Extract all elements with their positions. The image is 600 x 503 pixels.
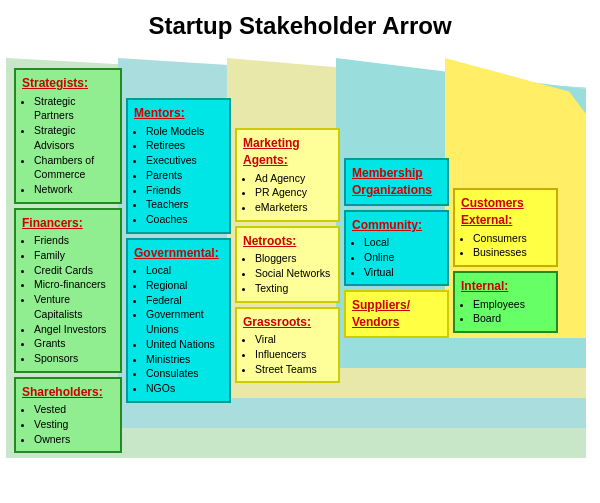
list-item: Regional <box>146 278 223 293</box>
list-item: Coaches <box>146 212 223 227</box>
list-item: Executives <box>146 153 223 168</box>
list-item: Consumers <box>473 231 550 246</box>
suppliers-vendors-box: Suppliers/ Vendors <box>344 290 449 338</box>
column-membership: Membership Organizations Community: Loca… <box>344 158 449 338</box>
list-item: Retirees <box>146 138 223 153</box>
list-item: Consulates <box>146 366 223 381</box>
shareholders-title: Shareholders: <box>22 384 114 401</box>
list-item: Street Teams <box>255 362 332 377</box>
community-box: Community: Local Online Virtual <box>344 210 449 287</box>
list-item: Network <box>34 182 114 197</box>
list-item: Micro-financers <box>34 277 114 292</box>
strategists-box: Strategists: Strategic Partners Strategi… <box>14 68 122 204</box>
list-item: PR Agency <box>255 185 332 200</box>
customers-external-list: Consumers Businesses <box>461 231 550 260</box>
shareholders-box: Shareholders: Vested Vesting Owners <box>14 377 122 454</box>
list-item: Local <box>364 235 441 250</box>
columns-wrapper: Strategists: Strategic Partners Strategi… <box>8 48 592 488</box>
suppliers-vendors-title: Suppliers/ Vendors <box>352 297 441 331</box>
financers-list: Friends Family Credit Cards Micro-financ… <box>22 233 114 365</box>
list-item: Texting <box>255 281 332 296</box>
list-item: Chambers of Commerce <box>34 153 114 182</box>
column-marketing: Marketing Agents: Ad Agency PR Agency eM… <box>235 128 340 383</box>
financers-box: Financers: Friends Family Credit Cards M… <box>14 208 122 373</box>
list-item: Influencers <box>255 347 332 362</box>
list-item: Family <box>34 248 114 263</box>
governmental-box: Governmental: Local Regional Federal Gov… <box>126 238 231 403</box>
list-item: Viral <box>255 332 332 347</box>
strategists-title: Strategists: <box>22 75 114 92</box>
list-item: Sponsors <box>34 351 114 366</box>
list-item: Credit Cards <box>34 263 114 278</box>
list-item: Businesses <box>473 245 550 260</box>
list-item: Vested <box>34 402 114 417</box>
page-title: Startup Stakeholder Arrow <box>0 0 600 48</box>
netroots-box: Netroots: Bloggers Social Networks Texti… <box>235 226 340 303</box>
financers-title: Financers: <box>22 215 114 232</box>
list-item: Local <box>146 263 223 278</box>
list-item: Venture Capitalists <box>34 292 114 321</box>
grassroots-box: Grassroots: Viral Influencers Street Tea… <box>235 307 340 384</box>
column-customers: Customers External: Consumers Businesses… <box>453 188 558 333</box>
governmental-title: Governmental: <box>134 245 223 262</box>
netroots-title: Netroots: <box>243 233 332 250</box>
list-item: Bloggers <box>255 251 332 266</box>
column-strategists: Strategists: Strategic Partners Strategi… <box>14 68 122 453</box>
strategists-list: Strategic Partners Strategic Advisors Ch… <box>22 94 114 197</box>
list-item: Online <box>364 250 441 265</box>
customers-internal-title: Internal: <box>461 278 550 295</box>
customers-external-box: Customers External: Consumers Businesses <box>453 188 558 267</box>
grassroots-list: Viral Influencers Street Teams <box>243 332 332 376</box>
membership-orgs-box: Membership Organizations <box>344 158 449 206</box>
list-item: Teachers <box>146 197 223 212</box>
customers-internal-list: Employees Board <box>461 297 550 326</box>
list-item: Employees <box>473 297 550 312</box>
governmental-list: Local Regional Federal Government Unions… <box>134 263 223 395</box>
netroots-list: Bloggers Social Networks Texting <box>243 251 332 295</box>
list-item: Owners <box>34 432 114 447</box>
grassroots-title: Grassroots: <box>243 314 332 331</box>
community-title: Community: <box>352 217 441 234</box>
list-item: Government Unions <box>146 307 223 336</box>
membership-orgs-title: Membership Organizations <box>352 165 441 199</box>
marketing-agents-title: Marketing Agents: <box>243 135 332 169</box>
mentors-box: Mentors: Role Models Retirees Executives… <box>126 98 231 234</box>
list-item: Social Networks <box>255 266 332 281</box>
list-item: Angel Investors <box>34 322 114 337</box>
list-item: Strategic Advisors <box>34 123 114 152</box>
list-item: Parents <box>146 168 223 183</box>
customers-external-title: Customers External: <box>461 195 550 229</box>
customers-internal-box: Internal: Employees Board <box>453 271 558 333</box>
list-item: Friends <box>34 233 114 248</box>
list-item: eMarketers <box>255 200 332 215</box>
shareholders-list: Vested Vesting Owners <box>22 402 114 446</box>
mentors-title: Mentors: <box>134 105 223 122</box>
list-item: Friends <box>146 183 223 198</box>
mentors-list: Role Models Retirees Executives Parents … <box>134 124 223 227</box>
list-item: Strategic Partners <box>34 94 114 123</box>
list-item: Grants <box>34 336 114 351</box>
diagram-container: Strategists: Strategic Partners Strategi… <box>0 48 600 498</box>
list-item: Vesting <box>34 417 114 432</box>
list-item: Ministries <box>146 352 223 367</box>
list-item: NGOs <box>146 381 223 396</box>
column-mentors: Mentors: Role Models Retirees Executives… <box>126 98 231 403</box>
list-item: Virtual <box>364 265 441 280</box>
list-item: Federal <box>146 293 223 308</box>
list-item: United Nations <box>146 337 223 352</box>
list-item: Board <box>473 311 550 326</box>
marketing-agents-box: Marketing Agents: Ad Agency PR Agency eM… <box>235 128 340 222</box>
marketing-agents-list: Ad Agency PR Agency eMarketers <box>243 171 332 215</box>
list-item: Ad Agency <box>255 171 332 186</box>
list-item: Role Models <box>146 124 223 139</box>
community-list: Local Online Virtual <box>352 235 441 279</box>
